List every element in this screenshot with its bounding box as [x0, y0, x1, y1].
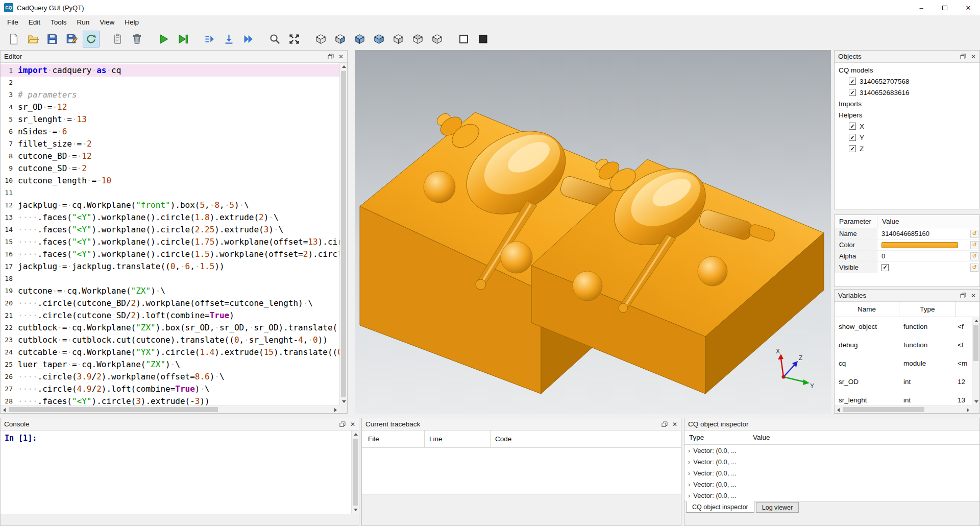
scrollbar-thumb[interactable]: [843, 407, 924, 412]
scroll-right-button[interactable]: [332, 406, 339, 414]
line-number[interactable]: 4: [1, 101, 18, 113]
scrollbar-thumb[interactable]: [9, 407, 218, 412]
color-swatch[interactable]: [881, 242, 958, 248]
code-line[interactable]: 2: [1, 77, 339, 89]
float-panel-icon[interactable]: [960, 293, 966, 299]
code-line[interactable]: 28····.faces("<Y").circle(3).extrude(-3)…: [1, 395, 339, 405]
tree-item-3140652683616[interactable]: ✓3140652683616: [835, 87, 979, 98]
code-line[interactable]: 23cutblock·=·cutblock.cut(cutcone).trans…: [1, 334, 339, 346]
close-panel-icon[interactable]: ✕: [338, 54, 344, 60]
editor-horizontal-scrollbar[interactable]: [1, 405, 339, 413]
scrollbar-thumb[interactable]: [341, 71, 346, 397]
code-line[interactable]: 9cutcone_SD·=·2: [1, 162, 339, 175]
property-value[interactable]: ✓: [877, 262, 979, 273]
view-iso-button[interactable]: [312, 31, 329, 47]
new-file-button[interactable]: [5, 31, 22, 47]
reset-value-button[interactable]: ↺: [970, 241, 978, 249]
code-line[interactable]: 4sr_OD·=·12: [1, 101, 339, 113]
line-number[interactable]: 12: [1, 199, 18, 211]
view-bottom-button[interactable]: [429, 31, 446, 47]
tree-item-3140652707568[interactable]: ✓3140652707568: [835, 76, 979, 87]
property-value[interactable]: 0: [877, 251, 979, 261]
view-back-button[interactable]: [351, 31, 368, 47]
menu-help[interactable]: Help: [119, 17, 144, 28]
console-body[interactable]: In [1]:: [1, 431, 359, 514]
line-number[interactable]: 15: [1, 236, 18, 248]
inspector-row[interactable]: ›Vector: (0.0, ...: [684, 456, 979, 467]
code-line[interactable]: 27····.circle(4.9/2).loft(combine=True)·…: [1, 383, 339, 395]
viewport-3d[interactable]: X Z Y: [355, 50, 831, 414]
inspector-row[interactable]: ›Vector: (0.0, ...: [684, 445, 979, 456]
step-button[interactable]: [201, 31, 218, 47]
line-number[interactable]: 19: [1, 285, 18, 297]
code-line[interactable]: 20····.circle(cutcone_BD/2).workplane(of…: [1, 297, 339, 309]
variable-row-sr-lenght[interactable]: sr_lenghtint13: [835, 391, 972, 405]
checkbox-3140652707568[interactable]: ✓: [849, 78, 856, 85]
float-panel-icon[interactable]: [662, 421, 668, 427]
line-number[interactable]: 8: [1, 150, 18, 162]
wireframe-button[interactable]: [455, 31, 472, 47]
view-left-button[interactable]: [371, 31, 387, 47]
code-line[interactable]: 10cutcone_length·=·10: [1, 175, 339, 187]
code-line[interactable]: 13····.faces("<Y").workplane().circle(1.…: [1, 211, 339, 224]
code-line[interactable]: 22cutblock·=·cq.Workplane("ZX").box(sr_O…: [1, 322, 339, 334]
code-line[interactable]: 26····.circle(3.9/2).workplane(offset=8.…: [1, 371, 339, 383]
console-vertical-scrollbar[interactable]: [351, 431, 359, 514]
chevron-right-icon[interactable]: ›: [688, 458, 690, 466]
line-number[interactable]: 11: [1, 187, 18, 199]
menu-run[interactable]: Run: [72, 17, 95, 28]
variable-row-cq[interactable]: cqmodule<m: [835, 354, 972, 372]
property-value[interactable]: 3140646685160: [877, 228, 979, 239]
scroll-down-button[interactable]: [352, 506, 359, 514]
checkbox-x[interactable]: ✓: [849, 123, 856, 130]
variables-vertical-scrollbar[interactable]: [972, 317, 979, 405]
variable-row-debug[interactable]: debugfunction<f: [835, 336, 972, 354]
scroll-down-button[interactable]: [972, 398, 980, 405]
reset-value-button[interactable]: ↺: [970, 252, 978, 260]
scroll-up-button[interactable]: [352, 431, 359, 438]
line-number[interactable]: 10: [1, 175, 18, 187]
debug-button[interactable]: [175, 31, 191, 47]
view-front-button[interactable]: [332, 31, 349, 47]
tab-cq-object-inspector[interactable]: CQ object inspector: [686, 501, 754, 513]
line-number[interactable]: 5: [1, 113, 18, 126]
line-number[interactable]: 23: [1, 334, 18, 346]
checkbox-y[interactable]: ✓: [849, 134, 856, 141]
fit-view-button[interactable]: [266, 31, 283, 47]
viewport-canvas[interactable]: X Z Y: [355, 50, 831, 414]
editor-body[interactable]: 1import·cadquery·as·cq23# parameters4sr_…: [1, 63, 347, 413]
line-number[interactable]: 21: [1, 309, 18, 322]
inspector-row[interactable]: ›Vector: (0.0, ...: [684, 479, 979, 490]
view-right-button[interactable]: [390, 31, 407, 47]
run-button[interactable]: [155, 31, 172, 47]
scroll-up-button[interactable]: [340, 63, 348, 70]
open-button[interactable]: [24, 31, 41, 47]
line-number[interactable]: 6: [1, 126, 18, 138]
line-number[interactable]: 1: [1, 64, 18, 77]
code-line[interactable]: 25luer_taper·=·cq.Workplane("ZX")·\: [1, 358, 339, 371]
delete-button[interactable]: [129, 31, 145, 47]
close-panel-icon[interactable]: ✕: [672, 421, 677, 427]
scroll-right-button[interactable]: [964, 406, 972, 414]
line-number[interactable]: 27: [1, 383, 18, 395]
code-line[interactable]: 15····.faces("<Y").workplane().circle(1.…: [1, 236, 339, 248]
variables-horizontal-scrollbar[interactable]: [835, 405, 972, 413]
fit-all-button[interactable]: [286, 31, 303, 47]
close-panel-icon[interactable]: ✕: [971, 54, 976, 60]
line-number[interactable]: 13: [1, 211, 18, 224]
shaded-button[interactable]: [475, 31, 492, 47]
tree-item-helpers[interactable]: Helpers: [835, 109, 979, 121]
autoreload-button[interactable]: [83, 31, 100, 47]
scrollbar-thumb[interactable]: [973, 325, 978, 361]
code-line[interactable]: 12jackplug·=·cq.Workplane("front").box(5…: [1, 199, 339, 211]
line-number[interactable]: 14: [1, 224, 18, 236]
float-panel-icon[interactable]: [960, 54, 966, 60]
continue-button[interactable]: [240, 31, 257, 47]
menu-tools[interactable]: Tools: [45, 17, 72, 28]
chevron-right-icon[interactable]: ›: [688, 447, 690, 455]
menu-edit[interactable]: Edit: [23, 17, 45, 28]
code-line[interactable]: 8cutcone_BD·=·12: [1, 150, 339, 162]
scroll-left-button[interactable]: [1, 406, 8, 414]
variable-row-sr-od[interactable]: sr_ODint12: [835, 372, 972, 391]
line-number[interactable]: 24: [1, 346, 18, 358]
